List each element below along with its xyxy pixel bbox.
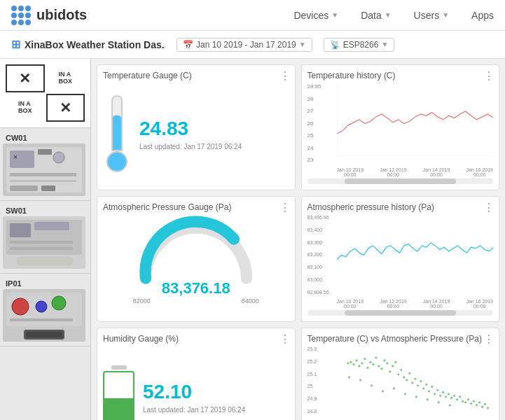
sidebar-device-cw01[interactable]: CW01 ✕ [0,128,90,201]
svg-rect-15 [10,247,73,250]
svg-rect-12 [10,223,31,237]
svg-rect-22 [10,318,73,321]
calendar-icon: 📅 [183,40,193,50]
svg-point-66 [453,395,455,397]
svg-point-85 [415,396,417,398]
svg-point-68 [459,396,461,398]
therm-fill [113,115,121,150]
chevron-down-icon: ▼ [331,11,338,19]
date-range-picker[interactable]: 📅 Jan 10 2019 - Jan 17 2019 ▼ [177,38,312,52]
svg-point-77 [483,403,485,405]
xinabox-x-logo: ✕ [6,64,45,92]
svg-rect-16 [17,257,73,265]
svg-point-38 [375,356,377,358]
svg-point-45 [394,361,396,363]
chart-area: 25.3 25.2 25.1 25 24.9 24.8 24.6 [307,346,494,420]
therm-bulb [106,151,127,172]
battery-gauge-icon [103,365,134,420]
temp-gauge-widget: Temperature Gauge (C) ⋮ 24.83 Last updat… [97,64,296,190]
svg-point-35 [366,367,368,369]
nav-data[interactable]: Data ▼ [361,10,391,21]
svg-point-74 [475,404,477,406]
pressure-gauge-svg [133,215,259,285]
svg-point-62 [442,391,444,393]
dashboard-title: ⊞ XinaBox Weather Station Das... [11,38,165,51]
chart-x-labels: Jan 10 201900:00 Jan 12 201900:00 Jan 14… [337,299,494,309]
svg-point-33 [361,362,363,364]
svg-rect-8 [41,186,55,191]
svg-rect-6 [10,180,76,182]
svg-rect-14 [10,241,73,244]
temp-gauge-content: 24.83 Last updated: Jan 17 2019 06:24 [103,83,289,184]
svg-point-84 [403,393,406,395]
chart-scrollbar[interactable] [307,178,494,184]
svg-point-83 [392,387,394,389]
svg-text:✕: ✕ [13,155,18,160]
widget-menu-icon[interactable]: ⋮ [279,69,291,83]
svg-point-21 [52,296,66,310]
battery-fill [104,398,133,420]
svg-point-55 [422,387,424,389]
nav-items: Devices ▼ Data ▼ Users ▼ Apps [293,10,494,21]
widget-menu-icon[interactable]: ⋮ [279,201,291,214]
device-image-cw01: ✕ [3,144,85,196]
sidebar-device-sw01[interactable]: SW01 [0,201,90,274]
svg-point-81 [370,384,372,386]
svg-point-28 [347,362,349,364]
widget-menu-icon[interactable]: ⋮ [483,201,494,214]
svg-point-64 [448,393,450,395]
temp-history-title: Temperature history (C) [307,71,494,80]
svg-point-79 [347,376,350,378]
nav-apps[interactable]: Apps [471,10,494,21]
svg-point-57 [428,390,430,392]
device-image-ip01 [3,289,85,342]
pressure-gauge-title: Atmospheric Pressure Gauge (Pa) [103,202,289,212]
logo-area: ubidots [11,6,87,25]
humidity-value-area: 52.10 Last updated: Jan 17 2019 06:24 [143,381,245,414]
svg-point-60 [436,389,438,391]
svg-point-46 [397,373,399,375]
widget-menu-icon[interactable]: ⋮ [483,69,494,83]
svg-point-41 [383,359,385,361]
humidity-gauge-content: 52.10 Last updated: Jan 17 2019 06:24 [103,346,289,420]
svg-point-31 [355,359,357,361]
chart-y-labels: 25.3 25.2 25.1 25 24.9 24.8 24.6 [307,346,335,420]
chart-x-labels: Jan 10 201900:00 Jan 12 201900:00 Jan 14… [337,167,494,177]
chevron-down-icon: ▼ [299,41,306,48]
svg-point-47 [400,369,402,371]
top-navigation: ubidots Devices ▼ Data ▼ Users ▼ Apps [0,0,505,31]
scrollbar-thumb [345,310,456,316]
nav-users[interactable]: Users ▼ [414,10,449,21]
svg-point-73 [472,400,474,402]
svg-point-19 [12,298,29,315]
svg-point-44 [392,365,394,367]
svg-point-37 [372,363,374,365]
device-selector[interactable]: 📡 ESP8266 ▼ [324,38,395,52]
svg-point-76 [480,406,483,408]
device-label-ip01: IP01 [3,278,88,289]
svg-point-86 [426,398,428,400]
svg-point-65 [450,397,452,399]
pressure-gauge-content: 83,376.18 82000 84000 [103,215,289,316]
svg-point-53 [417,384,419,386]
svg-point-72 [469,402,471,405]
temp-history-svg [337,83,494,156]
svg-point-40 [380,368,382,370]
chevron-down-icon: ▼ [442,11,449,19]
svg-point-43 [389,370,391,372]
svg-point-36 [369,361,371,363]
sidebar-device-ip01[interactable]: IP01 [0,274,90,346]
svg-point-75 [478,401,480,403]
svg-point-49 [406,379,408,381]
device-label-sw01: SW01 [3,205,88,216]
chart-scrollbar[interactable] [307,310,494,316]
nav-devices[interactable]: Devices ▼ [293,10,338,21]
widget-menu-icon[interactable]: ⋮ [483,332,494,346]
svg-point-4 [53,152,64,163]
logo-text: ubidots [36,7,87,23]
chart-y-labels: 83,496.96 83,400 83,300 83,200 83,100 83… [307,215,335,295]
widget-menu-icon[interactable]: ⋮ [279,332,291,346]
xinabox-text-logo2: IN ABOX [6,94,45,122]
svg-point-63 [445,396,447,398]
temp-value-area: 24.83 Last updated: Jan 17 2019 06:24 [139,118,289,150]
